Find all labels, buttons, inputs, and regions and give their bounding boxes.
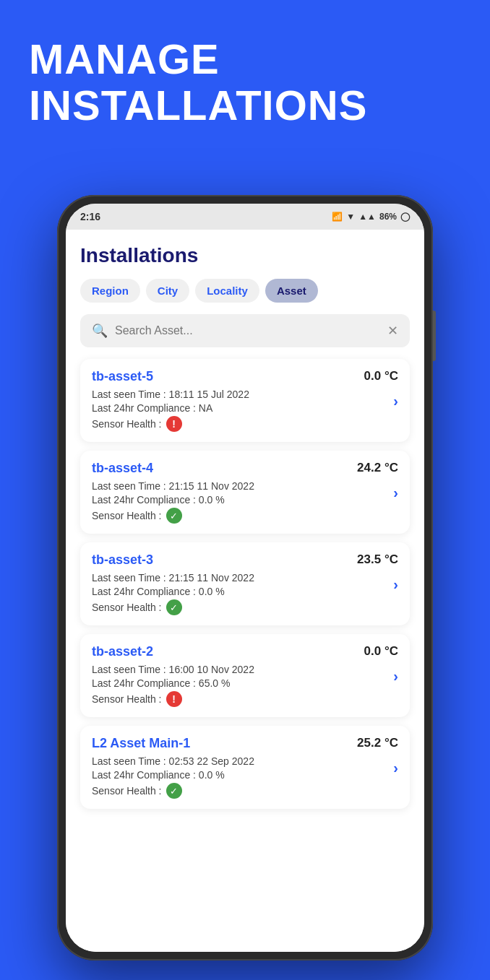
health-error-icon: ! <box>166 691 182 707</box>
asset-compliance: Last 24hr Compliance : NA <box>92 402 398 414</box>
status-icons: 📶 ▼ ▲▲ 86% ◯ <box>332 212 410 222</box>
tab-locality[interactable]: Locality <box>195 279 259 303</box>
asset-last-seen: Last seen Time : 21:15 11 Nov 2022 <box>92 480 398 492</box>
sim-icon: 📶 <box>332 212 343 222</box>
battery-icon: ◯ <box>400 212 410 222</box>
asset-temperature: 24.2 °C <box>357 461 398 475</box>
asset-compliance: Last 24hr Compliance : 0.0 % <box>92 769 398 781</box>
asset-temperature: 25.2 °C <box>357 736 398 750</box>
chevron-right-icon: › <box>393 667 398 684</box>
phone-mockup: 2:16 📶 ▼ ▲▲ 86% ◯ Installations Region C… <box>57 195 433 961</box>
asset-name: L2 Asset Main-1 <box>92 736 190 751</box>
chevron-right-icon: › <box>393 576 398 592</box>
asset-list: tb-asset-5 0.0 °C Last seen Time : 18:11… <box>80 359 410 809</box>
chevron-right-icon: › <box>393 484 398 500</box>
asset-card-tb-asset-2[interactable]: tb-asset-2 0.0 °C Last seen Time : 16:00… <box>80 634 410 717</box>
status-time: 2:16 <box>80 211 100 222</box>
tab-city[interactable]: City <box>146 279 189 303</box>
asset-health: Sensor Health : ! <box>92 691 398 707</box>
battery-indicator: 86% <box>379 212 397 222</box>
page-title: Installations <box>80 230 410 279</box>
asset-name: tb-asset-5 <box>92 369 153 384</box>
tab-bar: Region City Locality Asset <box>80 279 410 303</box>
search-bar: 🔍 ✕ <box>80 314 410 347</box>
asset-health: Sensor Health : ✓ <box>92 783 398 799</box>
asset-compliance: Last 24hr Compliance : 0.0 % <box>92 494 398 506</box>
phone-side-button <box>433 311 436 361</box>
tab-asset[interactable]: Asset <box>265 279 318 303</box>
health-ok-icon: ✓ <box>166 783 182 799</box>
asset-last-seen: Last seen Time : 21:15 11 Nov 2022 <box>92 572 398 584</box>
asset-health: Sensor Health : ! <box>92 416 398 432</box>
chevron-right-icon: › <box>393 392 398 409</box>
chevron-right-icon: › <box>393 759 398 776</box>
phone-frame: 2:16 📶 ▼ ▲▲ 86% ◯ Installations Region C… <box>57 195 433 961</box>
status-bar: 2:16 📶 ▼ ▲▲ 86% ◯ <box>66 204 424 230</box>
asset-temperature: 23.5 °C <box>357 552 398 567</box>
asset-last-seen: Last seen Time : 16:00 10 Nov 2022 <box>92 664 398 675</box>
search-icon: 🔍 <box>92 323 108 339</box>
phone-screen: 2:16 📶 ▼ ▲▲ 86% ◯ Installations Region C… <box>66 204 424 952</box>
asset-temperature: 0.0 °C <box>364 644 398 659</box>
asset-card-l2-asset-main-1[interactable]: L2 Asset Main-1 25.2 °C Last seen Time :… <box>80 726 410 809</box>
asset-name: tb-asset-3 <box>92 552 153 568</box>
asset-compliance: Last 24hr Compliance : 0.0 % <box>92 586 398 597</box>
asset-health: Sensor Health : ✓ <box>92 599 398 615</box>
asset-name: tb-asset-4 <box>92 461 153 476</box>
asset-name: tb-asset-2 <box>92 644 153 659</box>
health-error-icon: ! <box>166 416 182 432</box>
asset-card-tb-asset-5[interactable]: tb-asset-5 0.0 °C Last seen Time : 18:11… <box>80 359 410 442</box>
tab-region[interactable]: Region <box>80 279 140 303</box>
health-ok-icon: ✓ <box>166 599 182 615</box>
asset-card-tb-asset-4[interactable]: tb-asset-4 24.2 °C Last seen Time : 21:1… <box>80 451 410 534</box>
asset-last-seen: Last seen Time : 02:53 22 Sep 2022 <box>92 755 398 767</box>
health-ok-icon: ✓ <box>166 508 182 524</box>
asset-card-tb-asset-3[interactable]: tb-asset-3 23.5 °C Last seen Time : 21:1… <box>80 542 410 625</box>
asset-temperature: 0.0 °C <box>364 369 398 383</box>
wifi-icon: ▼ <box>346 212 355 222</box>
hero-title: MANAGE INSTALLATIONS <box>29 36 367 129</box>
search-input[interactable] <box>115 324 380 337</box>
clear-icon[interactable]: ✕ <box>387 323 398 339</box>
asset-health: Sensor Health : ✓ <box>92 508 398 524</box>
asset-compliance: Last 24hr Compliance : 65.0 % <box>92 677 398 689</box>
signal-bars: ▲▲ <box>358 212 376 222</box>
asset-last-seen: Last seen Time : 18:11 15 Jul 2022 <box>92 389 398 400</box>
app-content: Installations Region City Locality Asset… <box>66 230 424 952</box>
